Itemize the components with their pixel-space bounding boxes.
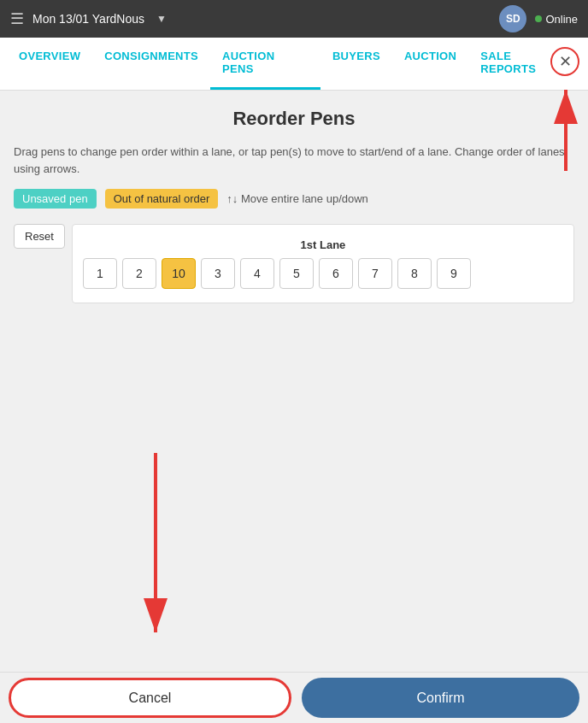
pen-9[interactable]: 9 [437, 258, 471, 289]
pen-10[interactable]: 10 [162, 258, 196, 289]
online-dot [535, 15, 542, 22]
tab-auction[interactable]: AUCTION [392, 38, 468, 90]
avatar: SD [499, 5, 526, 32]
pen-7[interactable]: 7 [358, 258, 392, 289]
pen-4[interactable]: 4 [240, 258, 274, 289]
topbar-title: Mon 13/01 YardNous [32, 12, 144, 26]
lane-title: 1st Lane [83, 238, 563, 251]
unsaved-pen-badge: Unsaved pen [14, 189, 97, 209]
topbar-right: SD Online [499, 5, 578, 32]
online-label: Online [545, 13, 578, 26]
dropdown-icon[interactable]: ▼ [156, 13, 167, 25]
menu-icon[interactable]: ☰ [10, 9, 24, 28]
reset-button[interactable]: Reset [14, 224, 65, 249]
pen-1[interactable]: 1 [83, 258, 117, 289]
pen-3[interactable]: 3 [201, 258, 235, 289]
move-lane-label: ↑↓ Move entire lane up/down [226, 192, 368, 205]
page-title: Reorder Pens [14, 108, 574, 130]
tab-overview[interactable]: OVERVIEW [7, 38, 92, 90]
pen-2[interactable]: 2 [122, 258, 156, 289]
close-button[interactable]: ✕ [550, 47, 579, 76]
online-status: Online [535, 13, 578, 26]
nav-tabs: OVERVIEW CONSIGNMENTS AUCTION PENS BUYER… [0, 38, 588, 91]
lane-container: 1st Lane 1 2 10 3 4 5 6 7 8 9 [72, 224, 574, 303]
pen-5[interactable]: 5 [279, 258, 314, 289]
lane-section: Reset 1st Lane 1 2 10 3 4 5 6 7 8 9 [14, 224, 574, 303]
tab-consignments[interactable]: CONSIGNMENTS [92, 38, 210, 90]
lane-inner: 1st Lane 1 2 10 3 4 5 6 7 8 9 [83, 238, 563, 289]
pens-row: 1 2 10 3 4 5 6 7 8 9 [83, 258, 563, 289]
topbar-left: ☰ Mon 13/01 YardNous ▼ [10, 9, 167, 28]
description-text: Drag pens to change pen order within a l… [14, 144, 574, 177]
legend: Unsaved pen Out of natural order ↑↓ Move… [14, 189, 574, 209]
pen-6[interactable]: 6 [319, 258, 353, 289]
main-content: Reorder Pens Drag pens to change pen ord… [0, 91, 588, 723]
pen-8[interactable]: 8 [397, 258, 432, 289]
confirm-button[interactable]: Confirm [302, 678, 579, 718]
bottom-bar: Cancel Confirm [0, 672, 588, 723]
lane-wrapper: 1st Lane 1 2 10 3 4 5 6 7 8 9 [72, 224, 574, 303]
cancel-button[interactable]: Cancel [9, 678, 291, 718]
out-of-order-badge: Out of natural order [105, 189, 219, 209]
tab-auction-pens[interactable]: AUCTION PENS [210, 38, 320, 90]
top-bar: ☰ Mon 13/01 YardNous ▼ SD Online [0, 0, 588, 38]
tab-buyers[interactable]: BUYERS [320, 38, 392, 90]
